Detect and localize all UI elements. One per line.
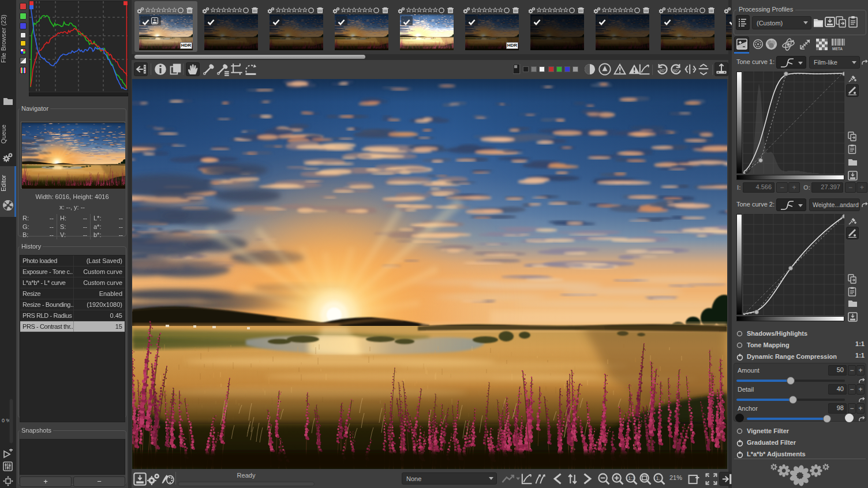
svg-text:90°: 90° <box>660 69 666 73</box>
svg-text:META: META <box>832 47 843 51</box>
svg-text:1:1: 1:1 <box>628 475 635 481</box>
svg-text:1.: 1. <box>656 475 660 481</box>
svg-text:90°: 90° <box>673 69 679 73</box>
